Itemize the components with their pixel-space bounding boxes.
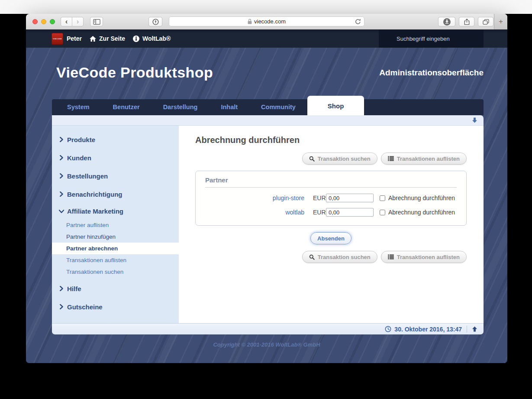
fieldset-legend: Partner <box>205 176 457 184</box>
sidebar-item-partner-abrechnen[interactable]: Partner abrechnen <box>52 243 179 254</box>
partner-name-label[interactable]: plugin-store <box>205 195 304 201</box>
amount-input[interactable] <box>326 208 374 217</box>
tab-system[interactable]: System <box>55 99 101 115</box>
tab-shop[interactable]: Shop <box>307 96 364 115</box>
menu-collapse-strip <box>52 115 484 126</box>
tab-inhalt[interactable]: Inhalt <box>209 99 249 115</box>
perform-billing-checkbox[interactable] <box>380 210 385 215</box>
chevron-right-icon <box>60 304 63 309</box>
datetime: 30. Oktober 2016, 13:47 <box>385 326 462 333</box>
sidebar-item-partner-hinzufuegen[interactable]: Partner hinzufügen <box>52 231 179 243</box>
amount-input[interactable] <box>326 194 374 202</box>
copyright: Copyright © 2001-2016 WoltLab® GmbH <box>26 334 507 363</box>
sidebar-item-transaktionen-suchen[interactable]: Transaktionen suchen <box>52 266 179 278</box>
partner-row: woltlab EUR Abrechnung durchführen <box>205 207 457 217</box>
button-label: Transaktionen auflisten <box>397 254 460 260</box>
collapse-down-icon[interactable] <box>472 117 477 123</box>
desktop-background <box>0 0 532 14</box>
sidebar-item-label: Hilfe <box>67 285 81 292</box>
sidebar-item-partner-auflisten[interactable]: Partner auflisten <box>52 219 179 231</box>
new-tab-button[interactable]: + <box>494 14 507 29</box>
sidebar-item-transaktionen-auflisten[interactable]: Transaktionen auflisten <box>52 254 179 266</box>
browser-titlebar: ‹ › viecode.com <box>26 14 507 30</box>
to-site-link[interactable]: Zur Seite <box>90 35 125 42</box>
sidebar-toggle-button[interactable] <box>90 17 103 26</box>
search-transaction-button[interactable]: Transaktion suchen <box>302 152 377 165</box>
address-bar[interactable]: viecode.com <box>169 16 364 26</box>
reload-icon[interactable] <box>355 19 361 25</box>
tab-overview-icon <box>483 19 489 25</box>
acp-header: VieCode Produktshop Administrationsoberf… <box>26 48 507 97</box>
search-input[interactable] <box>379 29 484 48</box>
woltlab-label: WoltLab® <box>142 35 171 42</box>
main-tab-bar: System Benutzer Darstellung Inhalt Commu… <box>52 99 484 115</box>
tab-darstellung[interactable]: Darstellung <box>152 99 210 115</box>
list-icon <box>388 156 394 161</box>
checkbox-label[interactable]: Abrechnung durchführen <box>388 209 455 216</box>
list-transactions-button[interactable]: Transaktionen auflisten <box>381 152 467 165</box>
chevron-right-icon <box>60 155 63 160</box>
submit-button[interactable]: Absenden <box>310 232 351 244</box>
search-transaction-button[interactable]: Transaktion suchen <box>302 251 377 263</box>
share-button[interactable] <box>459 17 474 26</box>
sidebar-item-produkte[interactable]: Produkte <box>52 130 179 149</box>
partner-name-label[interactable]: woltlab <box>205 209 304 216</box>
sidebar-item-label: Bestellungen <box>67 172 108 180</box>
browser-window: ‹ › viecode.com <box>26 14 507 363</box>
back-button[interactable]: ‹ <box>61 17 72 26</box>
onepassword-extension-button[interactable] <box>148 17 162 26</box>
acp-page: VIECODE Peter Zur Seite WoltLab® VieCode <box>26 29 507 363</box>
minimize-window-button[interactable] <box>41 19 46 24</box>
button-label: Transaktion suchen <box>318 156 371 162</box>
partner-row: plugin-store EUR Abrechnung durchführen <box>205 193 457 203</box>
chevron-right-icon <box>60 286 63 291</box>
page-subtitle: Administrationsoberfläche <box>379 68 484 78</box>
scroll-to-top-icon[interactable] <box>472 326 477 332</box>
divider <box>205 187 457 188</box>
user-menu[interactable]: Peter <box>67 35 82 42</box>
zoom-window-button[interactable] <box>50 19 55 24</box>
chevron-right-icon <box>60 173 63 178</box>
sidebar-item-label: Gutscheine <box>67 303 103 311</box>
chevron-down-icon <box>60 209 63 214</box>
sidebar-item-gutscheine[interactable]: Gutscheine <box>52 298 179 316</box>
button-label: Transaktionen auflisten <box>397 156 460 162</box>
sidebar-item-bestellungen[interactable]: Bestellungen <box>52 167 179 185</box>
acp-top-nav: VIECODE Peter Zur Seite WoltLab® <box>26 29 507 48</box>
main-content: Abrechnung durchführen Transaktion suche… <box>179 135 484 263</box>
divider <box>467 326 467 332</box>
to-site-label: Zur Seite <box>99 35 125 42</box>
download-icon <box>443 18 451 26</box>
downloads-button[interactable] <box>438 17 455 26</box>
sidebar-item-kunden[interactable]: Kunden <box>52 149 179 167</box>
tab-community[interactable]: Community <box>249 99 307 115</box>
sidebar: Produkte Kunden Bestellungen Benachricht… <box>52 126 179 323</box>
clock-icon <box>385 326 391 332</box>
button-label: Transaktion suchen <box>318 254 371 260</box>
partner-fieldset: Partner plugin-store EUR Abrechnung durc… <box>195 171 467 226</box>
close-window-button[interactable] <box>32 19 38 24</box>
chevron-right-icon <box>60 137 63 142</box>
sidebar-item-label: Kunden <box>67 154 91 162</box>
info-icon <box>133 36 139 42</box>
content-box: Produkte Kunden Bestellungen Benachricht… <box>52 126 484 323</box>
onepassword-icon <box>152 19 159 25</box>
woltlab-link[interactable]: WoltLab® <box>133 35 171 42</box>
sidebar-item-affiliate-marketing[interactable]: Affiliate Marketing <box>52 203 179 219</box>
user-avatar[interactable]: VIECODE <box>52 33 63 45</box>
content-heading: Abrechnung durchführen <box>195 135 467 145</box>
currency-label: EUR <box>313 195 326 201</box>
sidebar-item-hilfe[interactable]: Hilfe <box>52 279 179 298</box>
action-buttons-bottom: Transaktion suchen Transaktionen auflist… <box>195 251 467 263</box>
perform-billing-checkbox[interactable] <box>380 195 385 201</box>
affiliate-submenu: Partner auflisten Partner hinzufügen Par… <box>52 219 179 278</box>
tab-benutzer[interactable]: Benutzer <box>101 99 152 115</box>
tab-overview-button[interactable] <box>478 17 493 26</box>
forward-button[interactable]: › <box>72 17 84 26</box>
list-transactions-button[interactable]: Transaktionen auflisten <box>381 251 467 263</box>
sidebar-item-label: Benachrichtigung <box>67 191 123 198</box>
lock-icon <box>248 19 252 24</box>
sidebar-item-label: Produkte <box>67 136 95 143</box>
checkbox-label[interactable]: Abrechnung durchführen <box>388 195 455 201</box>
sidebar-item-benachrichtigung[interactable]: Benachrichtigung <box>52 185 179 203</box>
